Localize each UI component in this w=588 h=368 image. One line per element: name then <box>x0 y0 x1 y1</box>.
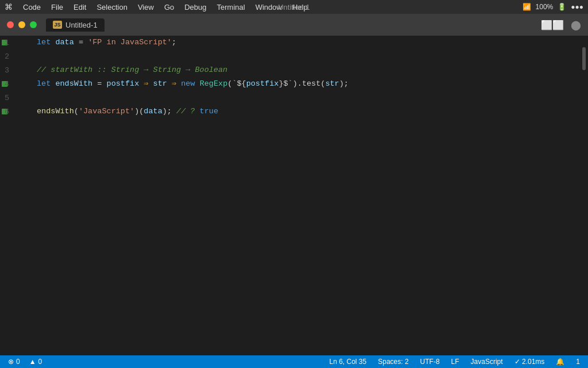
token: }$`).test( <box>278 77 325 91</box>
token: data <box>55 36 74 49</box>
editor-tab[interactable]: JS Untitled-1 <box>46 18 105 32</box>
menu-right-icons: 📶 100% 🔋 ●●● <box>523 3 583 11</box>
token: postfix <box>107 77 140 91</box>
menu-code[interactable]: Code <box>18 0 45 14</box>
token: true <box>200 105 218 118</box>
token: endsWith <box>37 105 74 118</box>
menu-selection[interactable]: Selection <box>92 0 131 14</box>
line-number-1: 1 <box>0 36 21 49</box>
token: postfix <box>246 77 279 91</box>
battery-icon: 🔋 <box>558 3 566 11</box>
menu-terminal[interactable]: Terminal <box>212 0 250 14</box>
more-icon: ●●● <box>571 3 583 11</box>
notification-icon[interactable]: 🔔 <box>554 358 567 366</box>
status-left: ⊗ 0 ▲ 0 <box>6 358 44 366</box>
token: let <box>37 77 55 91</box>
token: )( <box>134 105 144 118</box>
token: ); <box>339 77 349 91</box>
publish-icon[interactable]: ⬤ <box>571 20 581 30</box>
maximize-button[interactable] <box>30 21 37 28</box>
error-count[interactable]: ⊗ 0 <box>6 358 22 366</box>
language-indicator[interactable]: JavaScript <box>469 358 505 366</box>
minimize-button[interactable] <box>18 21 25 28</box>
menu-go[interactable]: Go <box>160 0 179 14</box>
tab-filename: Untitled-1 <box>65 21 98 29</box>
token: // startWith :: String → String → Boolea… <box>37 63 227 77</box>
warning-count[interactable]: ▲ 0 <box>27 358 45 366</box>
encoding-indicator[interactable]: UTF-8 <box>418 358 442 366</box>
notification-count: 1 <box>574 358 582 366</box>
token: str <box>325 77 339 91</box>
close-button[interactable] <box>7 21 14 28</box>
menubar: ⌘ Code File Edit Selection View Go Debug… <box>0 0 588 14</box>
line-numbers: 123456 <box>9 36 28 355</box>
scrollbar-thumb[interactable] <box>582 47 586 70</box>
wifi-icon: 📶 <box>523 3 531 11</box>
token: str <box>153 77 167 91</box>
token: ( <box>74 105 79 118</box>
token: new <box>181 77 199 91</box>
token: 'JavaScript' <box>79 105 134 118</box>
status-right: Ln 6, Col 35 Spaces: 2 UTF-8 LF JavaScri… <box>327 358 582 366</box>
line-number-4: 4 <box>0 77 21 91</box>
line-ending-indicator[interactable]: LF <box>449 358 462 366</box>
token: endsWith <box>55 77 92 91</box>
token: data <box>144 105 162 118</box>
error-icon: ⊗ <box>8 358 14 366</box>
code-line-2 <box>37 49 580 63</box>
line-number-6: 6 <box>0 105 21 118</box>
spaces-indicator[interactable]: Spaces: 2 <box>376 358 411 366</box>
token: ); <box>163 105 176 118</box>
token: ⇒ <box>139 77 153 91</box>
split-editor-icon[interactable]: ⬜⬜ <box>541 20 564 30</box>
token: RegExp <box>200 77 228 91</box>
token: = <box>74 36 88 49</box>
titlebar: JS Untitled-1 ⬜⬜ ⬤ <box>0 14 588 36</box>
token: 'FP in JavaScript' <box>88 36 172 49</box>
line-number-2: 2 <box>0 49 21 63</box>
line-number-3: 3 <box>0 63 21 77</box>
token: let <box>37 36 55 49</box>
code-editor[interactable]: let data = 'FP in JavaScript';// startWi… <box>28 36 580 355</box>
js-file-icon: JS <box>53 21 62 29</box>
code-line-5 <box>37 91 580 105</box>
apple-menu-icon[interactable]: ⌘ <box>5 2 13 12</box>
timing-indicator: ✓ 2.01ms <box>512 358 547 366</box>
code-line-1: let data = 'FP in JavaScript'; <box>37 36 580 49</box>
scrollbar-track[interactable] <box>580 36 588 355</box>
editor-main: 123456 let data = 'FP in JavaScript';// … <box>0 36 588 355</box>
warning-icon: ▲ <box>29 358 36 366</box>
traffic-lights <box>7 21 37 28</box>
code-line-6: endsWith('JavaScript')(data); // ? true <box>37 105 580 118</box>
token: // ? <box>176 105 200 118</box>
line-number-5: 5 <box>0 91 21 105</box>
statusbar: ⊗ 0 ▲ 0 Ln 6, Col 35 Spaces: 2 UTF-8 LF … <box>0 355 588 368</box>
menu-view[interactable]: View <box>133 0 158 14</box>
code-line-3: // startWith :: String → String → Boolea… <box>37 63 580 77</box>
code-line-4: let endsWith = postfix ⇒ str ⇒ new RegEx… <box>37 77 580 91</box>
token: ⇒ <box>167 77 181 91</box>
cursor-position[interactable]: Ln 6, Col 35 <box>327 358 369 366</box>
battery-label: 100% <box>536 3 554 11</box>
tab-bar: JS Untitled-1 <box>37 18 541 32</box>
token: (`${ <box>227 77 246 91</box>
token: ; <box>172 36 176 49</box>
menu-edit[interactable]: Edit <box>69 0 91 14</box>
menu-file[interactable]: File <box>47 0 68 14</box>
menu-debug[interactable]: Debug <box>180 0 211 14</box>
menu-items: Code File Edit Selection View Go Debug T… <box>18 0 523 14</box>
token: = <box>92 77 106 91</box>
window-title: Untitled-1 <box>278 3 310 12</box>
titlebar-right: ⬜⬜ ⬤ <box>541 20 581 30</box>
